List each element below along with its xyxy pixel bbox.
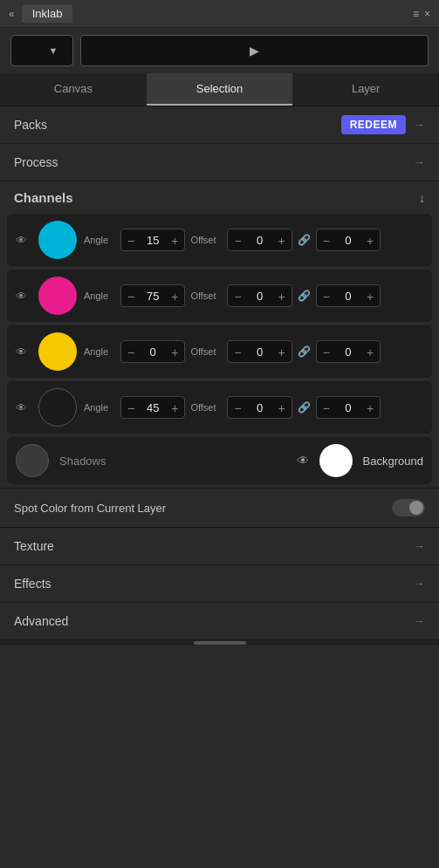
offset-x-input-black: − 0 + [227,396,292,419]
channels-collapse-icon[interactable]: ↓ [419,191,425,205]
channel-cyan-eye-icon[interactable]: 👁 [16,234,31,247]
offset-y-input-cyan: − 0 + [316,229,381,251]
texture-arrow: → [413,539,425,553]
texture-section[interactable]: Texture → [0,528,439,565]
shadow-eye-icon[interactable]: 👁 [297,454,309,468]
toggle-knob [409,501,423,515]
advanced-section[interactable]: Advanced → [0,603,439,640]
angle-value-yellow: 0 [141,345,165,359]
angle-value-black: 45 [141,401,165,414]
color-swatch [26,41,45,60]
app-tab[interactable]: Inklab [22,4,73,23]
menu-icon[interactable]: ≡ [413,8,419,20]
play-button[interactable]: ▶ [80,35,429,66]
offset-x-plus-magenta[interactable]: + [272,285,292,306]
back-icon[interactable]: « [9,8,15,20]
angle-label-yellow: Angle [84,346,115,357]
offset-group-cyan: − 0 + 🔗 − 0 + [227,229,381,251]
channel-magenta-controls: Angle − 75 + Offset − 0 + 🔗 − 0 [84,284,423,307]
offset-y-minus-cyan[interactable]: − [317,229,336,250]
offset-y-plus-cyan[interactable]: + [360,229,380,250]
angle-input-black: − 45 + [120,396,185,419]
offset-x-input-magenta: − 0 + [227,284,292,307]
offset-x-plus-black[interactable]: + [272,397,292,418]
redeem-button[interactable]: REDEEM [341,115,406,134]
packs-label: Packs [14,118,47,132]
angle-minus-yellow[interactable]: − [121,341,141,362]
angle-plus-magenta[interactable]: + [165,285,184,306]
shadows-swatch[interactable] [16,444,49,477]
offset-x-minus-cyan[interactable]: − [228,229,247,250]
offset-x-minus-yellow[interactable]: − [228,341,247,362]
titlebar-left: « Inklab [9,4,72,23]
offset-y-minus-yellow[interactable]: − [317,341,336,362]
angle-minus-magenta[interactable]: − [121,285,141,306]
link-icon-yellow[interactable]: 🔗 [298,345,311,358]
effects-section[interactable]: Effects → [0,565,439,603]
tabs-row: Canvas Selection Layer [0,73,439,106]
offset-y-plus-magenta[interactable]: + [360,285,380,306]
angle-plus-cyan[interactable]: + [165,229,184,250]
scrollbar-thumb[interactable] [194,641,246,645]
packs-right: REDEEM → [341,115,425,134]
offset-y-value-cyan: 0 [336,234,360,247]
channel-black-eye-icon[interactable]: 👁 [16,401,31,414]
close-icon[interactable]: × [424,8,430,20]
offset-label-black: Offset [190,402,222,413]
shadows-label: Shadows [59,455,106,468]
offset-x-value-cyan: 0 [248,234,272,247]
link-icon-magenta[interactable]: 🔗 [298,290,311,302]
bottom-sections: Texture → Effects → Advanced → [0,527,439,640]
offset-x-plus-yellow[interactable]: + [272,341,292,362]
titlebar: « Inklab ≡ × [0,0,439,28]
tab-layer[interactable]: Layer [292,73,439,106]
effects-label: Effects [14,577,51,591]
process-section[interactable]: Process → [0,144,439,181]
channel-magenta-eye-icon[interactable]: 👁 [16,290,31,303]
angle-value-cyan: 15 [141,234,165,247]
angle-plus-yellow[interactable]: + [165,341,184,362]
scrollbar-area [0,640,439,646]
tab-canvas[interactable]: Canvas [0,73,147,106]
offset-y-minus-magenta[interactable]: − [317,285,336,306]
angle-label-magenta: Angle [84,290,115,301]
channel-yellow-eye-icon[interactable]: 👁 [16,345,31,359]
titlebar-prev-icons: « [9,8,15,20]
offset-y-plus-yellow[interactable]: + [360,341,380,362]
color-dropdown-button[interactable]: ▼ [10,35,73,66]
channels-header: Channels ↓ [0,181,439,210]
angle-minus-cyan[interactable]: − [121,229,141,250]
texture-label: Texture [14,539,54,553]
offset-y-plus-black[interactable]: + [360,397,380,418]
offset-y-minus-black[interactable]: − [317,397,336,418]
angle-minus-black[interactable]: − [121,397,141,418]
packs-row: Packs REDEEM → [0,106,439,144]
actionbar: ▼ ▶ [0,28,439,73]
angle-plus-black[interactable]: + [165,397,184,418]
channel-black-swatch [38,388,77,427]
background-label: Background [363,455,423,468]
offset-y-input-magenta: − 0 + [316,284,381,307]
offset-x-input-yellow: − 0 + [227,340,292,363]
offset-x-plus-cyan[interactable]: + [272,229,292,250]
channels-label: Channels [14,190,73,205]
tab-selection[interactable]: Selection [147,73,293,106]
advanced-label: Advanced [14,614,68,628]
angle-input-cyan: − 15 + [120,229,185,251]
offset-x-minus-magenta[interactable]: − [228,285,247,306]
channel-yellow-controls: Angle − 0 + Offset − 0 + 🔗 − 0 [84,340,423,363]
channel-cyan-swatch [38,221,77,259]
spot-color-toggle[interactable] [392,499,425,516]
offset-x-value-yellow: 0 [248,345,272,359]
link-icon-cyan[interactable]: 🔗 [298,234,311,246]
angle-input-magenta: − 75 + [120,284,185,307]
offset-x-minus-black[interactable]: − [228,397,247,418]
channel-magenta: 👁 Angle − 75 + Offset − 0 + 🔗 [7,270,432,322]
offset-y-value-magenta: 0 [336,290,360,303]
offset-y-input-black: − 0 + [316,396,381,419]
spot-color-row: Spot Color from Current Layer [0,488,439,527]
link-icon-black[interactable]: 🔗 [298,401,311,413]
background-swatch[interactable] [319,444,353,477]
channel-cyan-controls: Angle − 15 + Offset − 0 + 🔗 − 0 [84,229,423,251]
offset-x-value-magenta: 0 [248,290,272,303]
